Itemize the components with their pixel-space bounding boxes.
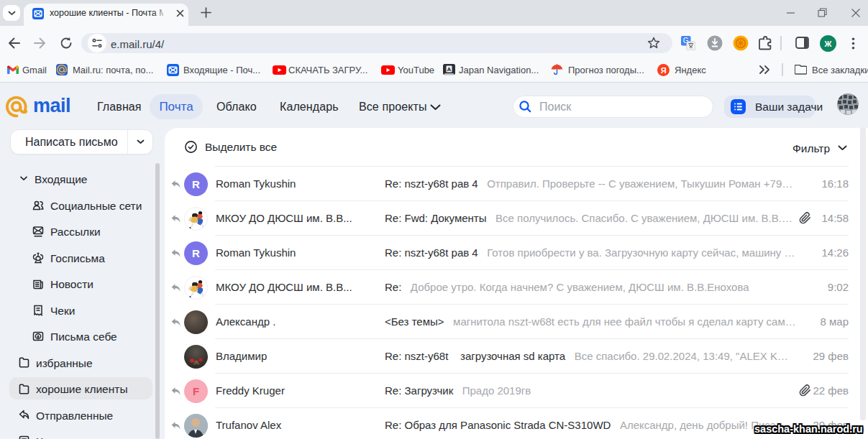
svg-text:Ж: Ж xyxy=(824,40,832,48)
svg-text:Я: Я xyxy=(661,66,667,75)
svg-text:A: A xyxy=(447,66,452,73)
